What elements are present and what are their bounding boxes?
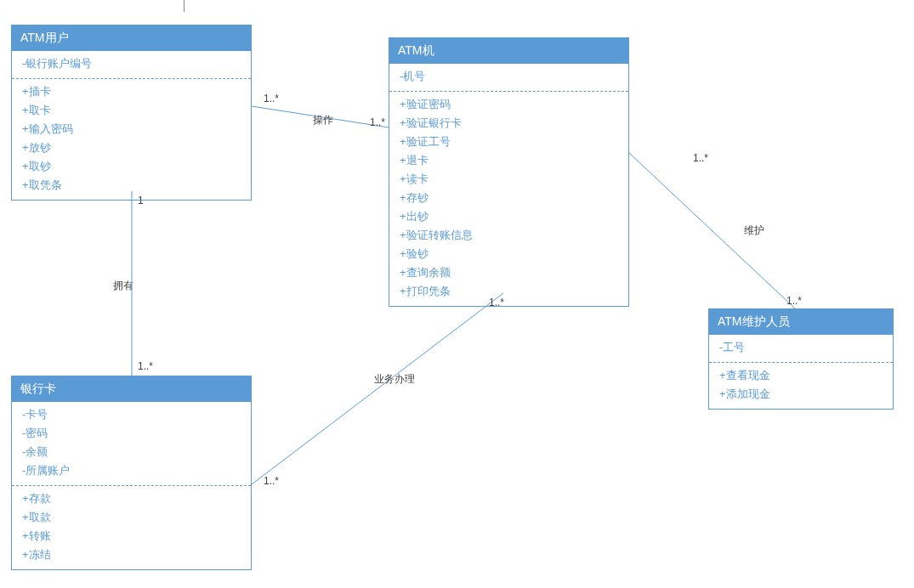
label-user-card: 拥有 [113, 280, 133, 291]
mult-machine-staff-a: 1..* [693, 152, 708, 164]
class-title: ATM维护人员 [709, 309, 893, 335]
operation-row: +取款 [12, 508, 251, 527]
operation-row: +打印凭条 [389, 282, 628, 301]
attributes-compartment: -银行账户编号 [12, 51, 251, 78]
class-title: 银行卡 [12, 376, 251, 402]
mult-user-card-b: 1..* [138, 360, 153, 372]
attribute-row: -卡号 [12, 405, 251, 424]
operation-row: +读卡 [389, 170, 628, 189]
attribute-row: -银行账户编号 [12, 54, 251, 73]
operation-row: +存钞 [389, 189, 628, 207]
attribute-row: -余额 [12, 443, 251, 461]
operations-compartment: +插卡 +取卡 +输入密码 +放钞 +取钞 +取凭条 [12, 78, 251, 200]
operation-row: +存款 [12, 489, 251, 508]
attributes-compartment: -卡号 -密码 -余额 -所属账户 [12, 402, 251, 485]
assoc-machine-staff [629, 153, 795, 308]
operation-row: +放钞 [12, 139, 251, 157]
class-atm-user[interactable]: ATM用户 -银行账户编号 +插卡 +取卡 +输入密码 +放钞 +取钞 +取凭条 [11, 25, 252, 201]
mult-user-machine-b: 1..* [370, 116, 385, 128]
mult-user-machine-a: 1..* [264, 93, 279, 105]
attribute-row: -所属账户 [12, 461, 251, 480]
attribute-row: -密码 [12, 424, 251, 443]
attribute-row: -机号 [389, 67, 628, 86]
operation-row: +取凭条 [12, 176, 251, 195]
class-atm-staff[interactable]: ATM维护人员 -工号 +查看现金 +添加现金 [708, 308, 894, 410]
class-atm-machine[interactable]: ATM机 -机号 +验证密码 +验证银行卡 +验证工号 +退卡 +读卡 +存钞 … [389, 37, 629, 307]
operation-row: +转账 [12, 527, 251, 546]
operation-row: +验钞 [389, 245, 628, 263]
mult-machine-staff-b: 1..* [786, 295, 802, 307]
label-machine-staff: 维护 [744, 224, 764, 236]
attributes-compartment: -工号 [709, 335, 893, 362]
class-title: ATM用户 [12, 25, 251, 51]
operation-row: +冻结 [12, 546, 251, 564]
operation-row: +查看现金 [709, 366, 893, 385]
operations-compartment: +查看现金 +添加现金 [709, 362, 893, 409]
operation-row: +查询余额 [389, 263, 628, 282]
attributes-compartment: -机号 [389, 64, 628, 91]
decorative-tick [184, 0, 185, 12]
operation-row: +出钞 [389, 207, 628, 226]
operations-compartment: +存款 +取款 +转账 +冻结 [12, 485, 251, 569]
attribute-row: -工号 [709, 338, 893, 357]
operation-row: +验证转账信息 [389, 226, 628, 245]
operation-row: +取卡 [12, 101, 251, 120]
operation-row: +验证工号 [389, 133, 628, 151]
operation-row: +验证银行卡 [389, 114, 628, 133]
label-user-machine: 操作 [313, 114, 333, 126]
operation-row: +退卡 [389, 151, 628, 170]
operation-row: +取钞 [12, 157, 251, 176]
assoc-user-machine [252, 106, 389, 127]
mult-card-machine-a: 1..* [264, 475, 279, 487]
operations-compartment: +验证密码 +验证银行卡 +验证工号 +退卡 +读卡 +存钞 +出钞 +验证转账… [389, 91, 628, 306]
operation-row: +验证密码 [389, 95, 628, 114]
class-title: ATM机 [389, 38, 628, 64]
operation-row: +插卡 [12, 82, 251, 101]
class-bank-card[interactable]: 银行卡 -卡号 -密码 -余额 -所属账户 +存款 +取款 +转账 +冻结 [11, 376, 252, 570]
label-card-machine: 业务办理 [374, 373, 415, 385]
operation-row: +输入密码 [12, 120, 251, 139]
operation-row: +添加现金 [709, 385, 893, 404]
assoc-card-machine [252, 293, 503, 484]
